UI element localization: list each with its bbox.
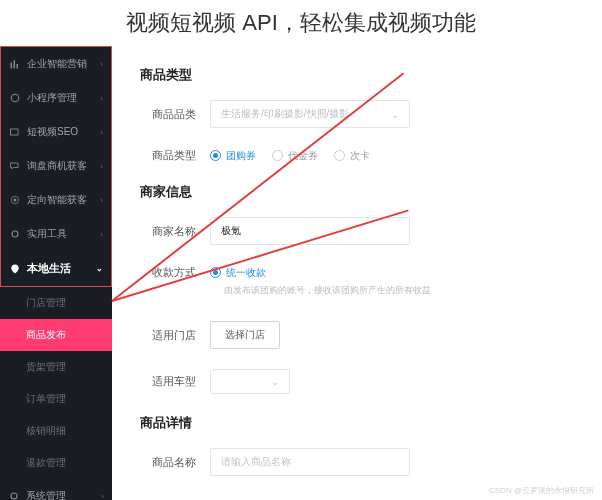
- radio-groupbuy[interactable]: 团购券: [210, 149, 256, 163]
- label-payment: 收款方式: [140, 265, 210, 280]
- row-product-type: 商品类型 团购券 代金券 次卡: [140, 148, 574, 163]
- chevron-right-icon: ›: [100, 162, 103, 171]
- radio-circle-icon: [272, 150, 283, 161]
- sidebar-item-seo[interactable]: 短视频SEO ›: [1, 115, 111, 149]
- svg-rect-2: [17, 64, 19, 69]
- sidebar-item-miniapp[interactable]: 小程序管理 ›: [1, 81, 111, 115]
- svg-point-7: [12, 231, 18, 237]
- sub-item-stores[interactable]: 门店管理: [0, 287, 112, 319]
- sub-item-refund[interactable]: 退款管理: [0, 447, 112, 479]
- sidebar-item-local[interactable]: 本地生活 ⌄: [1, 251, 111, 286]
- chat-icon: [9, 160, 21, 172]
- sidebar-item-target[interactable]: 定向智能获客 ›: [1, 183, 111, 217]
- svg-point-3: [11, 94, 19, 102]
- input-merchant-name[interactable]: 极氪: [210, 217, 410, 245]
- radio-unified-payment[interactable]: 统一收款: [210, 266, 266, 280]
- label-merchant-name: 商家名称: [140, 224, 210, 239]
- sub-item-verify[interactable]: 核销明细: [0, 415, 112, 447]
- sidebar-label: 询盘商机获客: [27, 159, 87, 173]
- sidebar-top-group: 企业智能营销 › 小程序管理 › 短视频SEO › 询盘商机获客 › 定向智能获…: [0, 46, 112, 287]
- payment-helper: 由发布该团购的账号，接收该团购所产生的所有收益: [224, 284, 574, 297]
- row-merchant-name: 商家名称 极氪: [140, 217, 574, 245]
- btn-select-store[interactable]: 选择门店: [210, 321, 280, 349]
- svg-point-8: [11, 493, 17, 499]
- chevron-right-icon: ›: [100, 230, 103, 239]
- radio-card[interactable]: 次卡: [334, 149, 370, 163]
- app-container: 企业智能营销 › 小程序管理 › 短视频SEO › 询盘商机获客 › 定向智能获…: [0, 46, 602, 500]
- sidebar-item-marketing[interactable]: 企业智能营销 ›: [1, 47, 111, 81]
- section-product-type: 商品类型: [140, 66, 574, 84]
- section-merchant: 商家信息: [140, 183, 574, 201]
- section-product-detail: 商品详情: [140, 414, 574, 432]
- cube-icon: [9, 92, 21, 104]
- radio-circle-icon: [210, 267, 221, 278]
- target-icon: [9, 194, 21, 206]
- chevron-down-icon: ⌄: [391, 109, 399, 120]
- sidebar-item-system[interactable]: 系统管理 ›: [0, 479, 112, 500]
- label-product-type: 商品类型: [140, 148, 210, 163]
- radio-label: 统一收款: [226, 266, 266, 280]
- sidebar-label: 系统管理: [26, 489, 66, 500]
- chevron-right-icon: ›: [100, 128, 103, 137]
- chevron-right-icon: ›: [100, 196, 103, 205]
- row-category: 商品品类 生活服务/印刷摄影/快照/摄影 ⌄: [140, 100, 574, 128]
- sidebar-item-tools[interactable]: 实用工具 ›: [1, 217, 111, 251]
- sub-item-orders[interactable]: 订单管理: [0, 383, 112, 415]
- select-car-type[interactable]: ⌄: [210, 369, 290, 394]
- sub-menu: 门店管理 商品发布 货架管理 订单管理 核销明细 退款管理: [0, 287, 112, 479]
- label-product-name: 商品名称: [140, 455, 210, 470]
- sidebar-label: 实用工具: [27, 227, 67, 241]
- label-store: 适用门店: [140, 328, 210, 343]
- row-payment: 收款方式 统一收款: [140, 265, 574, 280]
- location-icon: [9, 263, 21, 275]
- gear-icon: [9, 228, 21, 240]
- chevron-down-icon: ⌄: [96, 264, 103, 273]
- row-store: 适用门店 选择门店: [140, 321, 574, 349]
- sidebar-label: 企业智能营销: [27, 57, 87, 71]
- select-category[interactable]: 生活服务/印刷摄影/快照/摄影 ⌄: [210, 100, 410, 128]
- sidebar: 企业智能营销 › 小程序管理 › 短视频SEO › 询盘商机获客 › 定向智能获…: [0, 46, 112, 500]
- sidebar-label: 定向智能获客: [27, 193, 87, 207]
- sidebar-label: 小程序管理: [27, 91, 77, 105]
- sidebar-item-leads[interactable]: 询盘商机获客 ›: [1, 149, 111, 183]
- watermark: CSDN @云罗派的永恒研究所: [489, 485, 594, 496]
- chevron-right-icon: ›: [100, 94, 103, 103]
- row-car-type: 适用车型 ⌄: [140, 369, 574, 394]
- chevron-down-icon: ⌄: [271, 376, 279, 387]
- sub-item-publish[interactable]: 商品发布: [0, 319, 112, 351]
- radio-label: 次卡: [350, 149, 370, 163]
- gear-icon: [8, 490, 20, 500]
- label-category: 商品品类: [140, 107, 210, 122]
- radio-voucher[interactable]: 代金券: [272, 149, 318, 163]
- chevron-right-icon: ›: [100, 60, 103, 69]
- seo-icon: [9, 126, 21, 138]
- svg-rect-1: [14, 60, 16, 68]
- input-product-name[interactable]: 请输入商品名称: [210, 448, 410, 476]
- radio-circle-icon: [210, 150, 221, 161]
- chevron-right-icon: ›: [101, 492, 104, 501]
- sub-item-shelf[interactable]: 货架管理: [0, 351, 112, 383]
- main-content: 商品类型 商品品类 生活服务/印刷摄影/快照/摄影 ⌄ 商品类型 团购券 代金券: [112, 46, 602, 500]
- svg-rect-4: [11, 129, 19, 135]
- label-car-type: 适用车型: [140, 374, 210, 389]
- svg-point-6: [14, 199, 17, 202]
- bars-icon: [9, 58, 21, 70]
- radio-label: 代金券: [288, 149, 318, 163]
- sidebar-label: 本地生活: [27, 261, 71, 276]
- radio-circle-icon: [334, 150, 345, 161]
- page-title: 视频短视频 API，轻松集成视频功能: [0, 0, 602, 46]
- sidebar-label: 短视频SEO: [27, 125, 78, 139]
- svg-rect-0: [11, 63, 13, 69]
- row-product-name: 商品名称 请输入商品名称: [140, 448, 574, 476]
- radio-label: 团购券: [226, 149, 256, 163]
- select-placeholder: 生活服务/印刷摄影/快照/摄影: [221, 107, 349, 121]
